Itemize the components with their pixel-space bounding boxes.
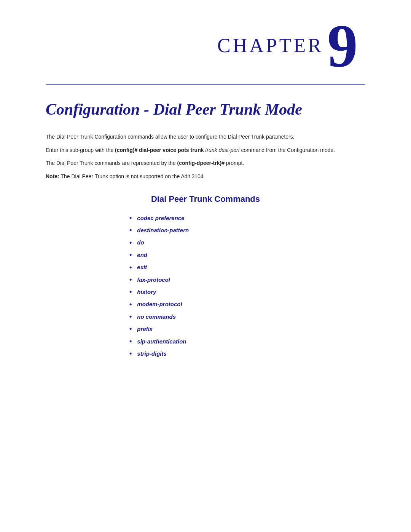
page: Chapter 9 Configuration - Dial Peer Trun… [0,0,411,532]
chapter-label: Chapter [217,34,323,57]
chapter-title: Configuration - Dial Peer Trunk Mode [46,100,365,119]
intro-paragraph-1: The Dial Peer Trunk Configuration comman… [46,133,365,141]
chapter-rule [46,84,365,85]
command-list-item: no commands [129,310,365,323]
intro-paragraph-4: Note: The Dial Peer Trunk option is not … [46,172,365,181]
section-heading: Dial Peer Trunk Commands [46,194,365,204]
para3-prefix: The Dial Peer Trunk commands are represe… [46,160,177,166]
para2-bold1: (config)# dial-peer voice pots trunk [115,147,204,153]
para4-suffix: The Dial Peer Trunk option is not suppor… [59,173,205,179]
para3-suffix: prompt. [225,160,244,166]
para4-note-bold: Note: [46,173,59,179]
chapter-number: 9 [327,15,358,76]
chapter-header: Chapter 9 [46,23,365,76]
command-list-item: modem-protocol [129,298,365,310]
command-list-item: codec preference [129,212,365,224]
para2-prefix: Enter this sub-group with the [46,147,115,153]
para2-italic: trunk dest-port [204,147,239,153]
command-list-item: exit [129,261,365,273]
command-list-item: prefix [129,323,365,335]
command-list-item: strip-digits [129,347,365,359]
command-list-item: history [129,286,365,298]
para3-bold: (config-dpeer-trk)# [177,160,225,166]
command-list-item: do [129,236,365,249]
para2-suffix: command from the Configuration mode. [240,147,335,153]
intro-paragraph-2: Enter this sub-group with the (config)# … [46,146,365,154]
command-list: codec preferencedestination-patterndoend… [46,212,365,360]
intro-paragraph-3: The Dial Peer Trunk commands are represe… [46,159,365,167]
command-list-item: sip-authentication [129,335,365,347]
command-list-item: end [129,249,365,261]
command-list-item: fax-protocol [129,273,365,286]
command-list-item: destination-pattern [129,224,365,236]
